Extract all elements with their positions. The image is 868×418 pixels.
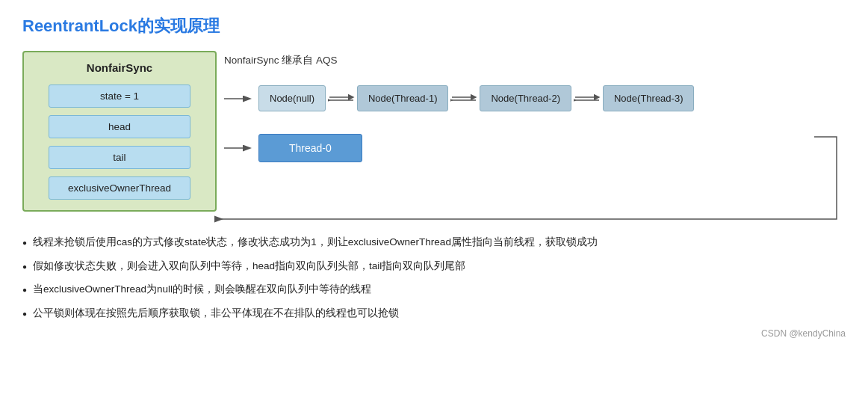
field-tail: tail <box>49 146 190 169</box>
bullet-list: 线程来抢锁后使用cas的方式修改state状态，修改状态成功为1，则让exclu… <box>22 234 846 321</box>
head-arrow <box>224 91 254 106</box>
node-null: Node(null) <box>258 85 326 111</box>
diagram-wrapper: NonfairSync state = 1 head tail exclusiv… <box>22 51 846 212</box>
top-section: NonfairSync state = 1 head tail exclusiv… <box>22 51 846 212</box>
nodes-row: Node(null) Node(Thread-1) <box>224 85 846 111</box>
field-state: state = 1 <box>49 84 190 108</box>
footer-logo: CSDN @kendyChina <box>22 328 846 339</box>
right-area: NonfairSync 继承自 AQS Node(null) <box>224 51 846 162</box>
arrow-0-1 <box>328 91 355 106</box>
nonfair-sync-title: NonfairSync <box>87 61 152 74</box>
arrow-1-2 <box>450 91 477 106</box>
node-thread1: Node(Thread-1) <box>357 85 449 111</box>
field-head: head <box>49 115 190 138</box>
node-thread2: Node(Thread-2) <box>480 85 571 111</box>
bullet-3: 当exclusiveOwnerThread为null的时候，则会唤醒在双向队列中… <box>22 281 846 298</box>
field-exclusive: exclusiveOwnerThread <box>49 176 190 200</box>
thread0-row: Thread-0 <box>224 134 846 162</box>
exclusive-arrow <box>224 141 254 156</box>
bullet-4: 公平锁则体现在按照先后顺序获取锁，非公平体现在不在排队的线程也可以抢锁 <box>22 305 846 322</box>
head-arrow-svg <box>224 91 254 106</box>
node-thread3: Node(Thread-3) <box>603 85 695 111</box>
bullet-1: 线程来抢锁后使用cas的方式修改state状态，修改状态成功为1，则让exclu… <box>22 234 846 251</box>
thread0-box: Thread-0 <box>258 134 362 162</box>
inherit-label: NonfairSync 继承自 AQS <box>224 54 846 67</box>
nonfair-sync-box: NonfairSync state = 1 head tail exclusiv… <box>22 51 217 212</box>
page-title: ReentrantLock的实现原理 <box>22 15 846 37</box>
bullet-2: 假如修改状态失败，则会进入双向队列中等待，head指向双向队列头部，tail指向… <box>22 258 846 274</box>
arrow-2-3 <box>574 91 601 106</box>
